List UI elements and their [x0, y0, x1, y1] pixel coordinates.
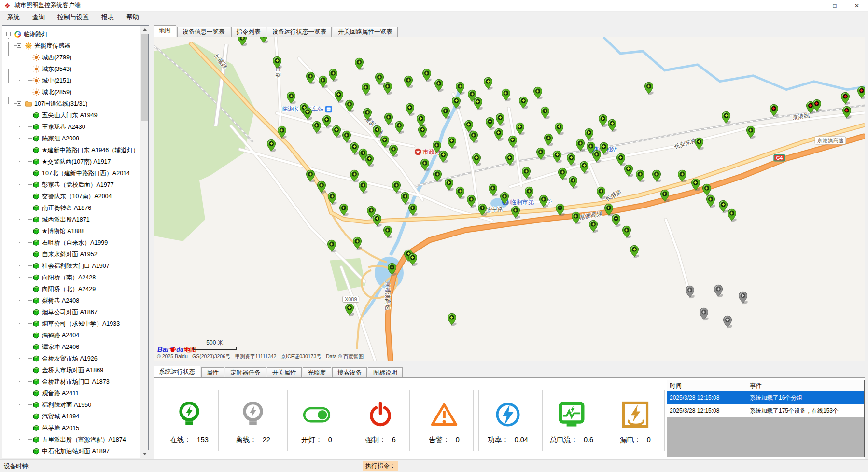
device-pin-online[interactable] [539, 194, 548, 208]
device-pin-online[interactable] [652, 170, 661, 183]
device-pin-online[interactable] [319, 75, 328, 88]
device-pin-online[interactable] [322, 115, 331, 128]
scroll-up-icon[interactable] [140, 26, 149, 34]
device-pin-online[interactable] [350, 170, 359, 183]
device-pin-online[interactable] [608, 119, 617, 132]
device-pin-online[interactable] [572, 211, 581, 224]
device-pin-online[interactable] [266, 139, 276, 152]
tab-光照度[interactable]: 光照度 [303, 367, 332, 377]
tree-device-item[interactable]: ★交警队西(107南) A1917 [2, 156, 140, 167]
device-pin-offline[interactable] [714, 284, 723, 297]
device-pin-online[interactable] [456, 82, 465, 95]
tree-device-item[interactable]: 陈家组 A2009 [2, 133, 140, 144]
device-pin-online[interactable] [408, 203, 417, 216]
tree-sensor-item[interactable]: 城中(2151) [2, 75, 140, 86]
device-pin-online[interactable] [375, 72, 384, 85]
device-pin-online[interactable] [500, 192, 509, 205]
device-pin-forced[interactable] [841, 92, 850, 105]
device-pin-online[interactable] [380, 135, 390, 148]
tab-地图[interactable]: 地图 [154, 25, 176, 37]
device-pin-online[interactable] [721, 111, 730, 124]
device-pin-online[interactable] [361, 83, 370, 96]
tree-expander-icon[interactable] [17, 101, 21, 106]
device-pin-online[interactable] [644, 82, 653, 95]
tree-device-item[interactable]: 金桥农贸市场 A1926 [2, 353, 140, 364]
device-pin-online[interactable] [388, 263, 397, 276]
tab-设备运行状态一览表[interactable]: 设备运行状态一览表 [267, 27, 332, 37]
device-pin-online[interactable] [328, 69, 337, 82]
tab-开关属性[interactable]: 开关属性 [267, 367, 302, 377]
maximize-button[interactable]: □ [824, 0, 846, 11]
tree-group-sensors[interactable]: 光照度传感器 [2, 40, 140, 52]
device-pin-online[interactable] [259, 37, 268, 43]
tab-指令列表[interactable]: 指令列表 [231, 27, 266, 37]
tree-device-item[interactable]: 城西派出所A1871 [2, 214, 140, 225]
device-pin-online[interactable] [588, 220, 598, 233]
device-pin-online[interactable] [516, 122, 525, 135]
device-pin-online[interactable] [519, 97, 528, 110]
device-pin-offline[interactable] [700, 307, 709, 320]
device-pin-online[interactable] [422, 69, 432, 82]
device-pin-online[interactable] [483, 77, 492, 90]
device-pin-online[interactable] [579, 161, 588, 174]
device-pin-online[interactable] [392, 180, 401, 194]
device-pin-online[interactable] [441, 106, 450, 119]
device-pin-online[interactable] [345, 99, 354, 112]
event-log-row[interactable]: 2025/3/28 12:15:08系统加载了16个分组 [667, 391, 864, 404]
tab-系统运行状态[interactable]: 系统运行状态 [154, 366, 200, 377]
tree-scrollbar[interactable] [140, 26, 148, 458]
device-pin-offline[interactable] [723, 315, 732, 328]
device-pin-online[interactable] [383, 82, 392, 95]
device-pin-online[interactable] [584, 128, 593, 141]
device-pin-online[interactable] [345, 303, 354, 316]
device-pin-online[interactable] [373, 214, 382, 227]
device-pin-online[interactable] [558, 167, 567, 180]
device-pin-online[interactable] [596, 186, 605, 199]
device-pin-online[interactable] [511, 206, 520, 219]
device-pin-online[interactable] [569, 176, 578, 189]
tree-device-item[interactable]: 107北（建新中路路口西）A2014 [2, 167, 140, 179]
tree-device-item[interactable]: 向阳桥（南）A2428 [2, 272, 140, 283]
device-pin-online[interactable] [552, 150, 561, 163]
device-pin-online[interactable] [352, 236, 362, 250]
device-pin-online[interactable] [434, 79, 444, 92]
device-pin-online[interactable] [599, 142, 608, 155]
device-pin-online[interactable] [536, 147, 545, 160]
device-pin-online[interactable] [495, 113, 504, 126]
device-pin-online[interactable] [635, 170, 644, 183]
device-pin-online[interactable] [334, 90, 343, 103]
device-pin-online[interactable] [540, 106, 549, 119]
device-pin-online[interactable] [474, 97, 483, 111]
device-pin-online[interactable] [576, 139, 585, 152]
tree-device-item[interactable]: 观音路 A2411 [2, 388, 140, 399]
device-pin-online[interactable] [447, 313, 456, 326]
menu-item-控制与设置[interactable]: 控制与设置 [51, 12, 95, 23]
device-pin-online[interactable] [358, 180, 367, 194]
device-pin-online[interactable] [389, 144, 398, 157]
menu-item-查询[interactable]: 查询 [26, 12, 51, 23]
device-pin-online[interactable] [420, 158, 429, 171]
device-pin-forced[interactable] [842, 106, 852, 119]
tree-expander-icon[interactable] [6, 32, 11, 36]
device-pin-online[interactable] [555, 203, 564, 216]
device-pin-online[interactable] [238, 37, 247, 47]
tree-device-item[interactable]: 彭家巷（党校后面）A1977 [2, 179, 140, 191]
device-pin-online[interactable] [404, 75, 413, 88]
device-pin-online[interactable] [691, 178, 700, 191]
tree-device-item[interactable]: ★建新中路路口东 A1946（辅道灯） [2, 144, 140, 156]
tree-device-item[interactable]: 自来水斜对面 A1952 [2, 249, 140, 260]
tree-device-item[interactable]: 石咀桥（自来水）A1999 [2, 237, 140, 249]
tree-device-item[interactable]: 社会福利院大门口 A1907 [2, 260, 140, 272]
device-pin-online[interactable] [328, 192, 337, 205]
device-pin-online[interactable] [456, 186, 465, 199]
device-pin-online[interactable] [599, 114, 608, 127]
tree-device-item[interactable]: 五里派出所（富源汽配）A1874 [2, 434, 140, 445]
tree-group-devices[interactable]: 107国道沿线(31/31) [2, 98, 140, 110]
device-pin-online[interactable] [306, 170, 315, 183]
minimize-button[interactable]: — [801, 0, 824, 11]
device-pin-online[interactable] [533, 86, 542, 99]
device-pin-online[interactable] [505, 153, 515, 166]
device-pin-online[interactable] [660, 189, 670, 202]
tab-定时器任务[interactable]: 定时器任务 [225, 367, 266, 377]
tree-device-item[interactable]: 向阳桥（北）A2429 [2, 283, 140, 295]
